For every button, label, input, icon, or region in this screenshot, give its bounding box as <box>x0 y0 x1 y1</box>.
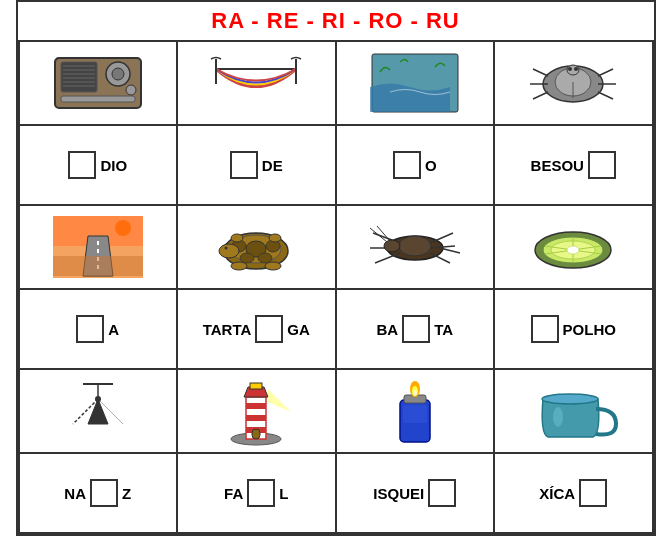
grid: DIO DE O BESOU <box>18 42 654 534</box>
cell-de-text: DE <box>178 126 337 206</box>
cell-radio-text: DIO <box>20 126 179 206</box>
svg-point-40 <box>258 253 272 263</box>
svg-rect-75 <box>246 415 266 421</box>
svg-point-26 <box>574 67 578 71</box>
cell-text-2: DE <box>230 151 283 179</box>
svg-line-18 <box>533 69 548 76</box>
svg-point-45 <box>231 234 243 242</box>
cell-text-11: ISQUEI <box>373 479 456 507</box>
svg-rect-78 <box>250 383 262 389</box>
svg-line-54 <box>430 253 450 263</box>
cell-a-text: A <box>20 290 179 370</box>
cell-text-7: BA TA <box>376 315 453 343</box>
svg-point-25 <box>568 67 572 71</box>
main-container: RA - RE - RI - RO - RU <box>16 0 656 536</box>
svg-line-20 <box>533 92 548 99</box>
svg-point-41 <box>219 244 239 258</box>
answer-box-1[interactable] <box>68 151 96 179</box>
svg-point-42 <box>224 247 227 250</box>
answer-box-10[interactable] <box>247 479 275 507</box>
svg-point-39 <box>240 253 254 263</box>
cell-radio <box>20 42 179 126</box>
answer-box-7[interactable] <box>402 315 430 343</box>
cell-cockroach <box>337 206 496 290</box>
answer-box-8[interactable] <box>531 315 559 343</box>
svg-point-87 <box>542 394 598 404</box>
cell-road <box>20 206 179 290</box>
cell-text-10: FA L <box>224 479 288 507</box>
svg-line-52 <box>430 233 453 243</box>
svg-point-71 <box>95 396 101 402</box>
svg-marker-70 <box>88 399 108 424</box>
svg-point-88 <box>553 407 563 427</box>
svg-marker-79 <box>268 389 291 412</box>
cell-farol-text: FA L <box>178 454 337 534</box>
cell-text-5: A <box>76 315 119 343</box>
cell-besou-text: BESOU <box>495 126 654 206</box>
cell-text-6: TARTA GA <box>203 315 310 343</box>
svg-point-43 <box>231 262 247 270</box>
answer-box-11[interactable] <box>428 479 456 507</box>
svg-point-85 <box>413 390 417 396</box>
cell-repolho-text: POLHO <box>495 290 654 370</box>
cell-o-text: O <box>337 126 496 206</box>
cell-text-1: DIO <box>68 151 127 179</box>
page-title: RA - RE - RI - RO - RU <box>211 8 460 33</box>
svg-rect-80 <box>252 429 260 439</box>
cell-text-9: NA Z <box>64 479 131 507</box>
cell-tortoise <box>178 206 337 290</box>
svg-marker-32 <box>53 256 143 276</box>
answer-box-12[interactable] <box>579 479 607 507</box>
svg-point-46 <box>269 234 281 242</box>
cell-cup <box>495 370 654 454</box>
answer-box-5[interactable] <box>76 315 104 343</box>
svg-rect-11 <box>61 96 135 102</box>
answer-box-6[interactable] <box>255 315 283 343</box>
svg-point-65 <box>567 246 579 254</box>
answer-box-4[interactable] <box>588 151 616 179</box>
cell-pendulum <box>20 370 179 454</box>
cell-hammock <box>178 42 337 126</box>
answer-box-2[interactable] <box>230 151 258 179</box>
svg-point-9 <box>112 68 124 80</box>
cell-lighter <box>337 370 496 454</box>
cell-lighthouse <box>178 370 337 454</box>
cell-text-8: POLHO <box>531 315 616 343</box>
title-row: RA - RE - RI - RO - RU <box>18 2 654 42</box>
svg-point-10 <box>126 85 136 95</box>
svg-line-21 <box>598 69 613 76</box>
svg-rect-74 <box>246 403 266 409</box>
cell-text-4: BESOU <box>531 151 616 179</box>
answer-box-9[interactable] <box>90 479 118 507</box>
cell-barata-text: BA TA <box>337 290 496 370</box>
svg-point-33 <box>115 220 131 236</box>
cell-tartaruga-text: TARTA GA <box>178 290 337 370</box>
cell-nariz-text: NA Z <box>20 454 179 534</box>
svg-rect-86 <box>403 405 427 423</box>
svg-line-51 <box>375 253 400 263</box>
svg-point-44 <box>265 262 281 270</box>
svg-point-48 <box>399 236 431 256</box>
cell-xicaras-text: XÍCA <box>495 454 654 534</box>
cell-isqueiro-text: ISQUEI <box>337 454 496 534</box>
cell-text-12: XÍCA <box>539 479 607 507</box>
answer-box-3[interactable] <box>393 151 421 179</box>
cell-cabbage <box>495 206 654 290</box>
svg-line-23 <box>598 92 613 99</box>
cell-river <box>337 42 496 126</box>
cell-beetle <box>495 42 654 126</box>
cell-text-3: O <box>393 151 437 179</box>
